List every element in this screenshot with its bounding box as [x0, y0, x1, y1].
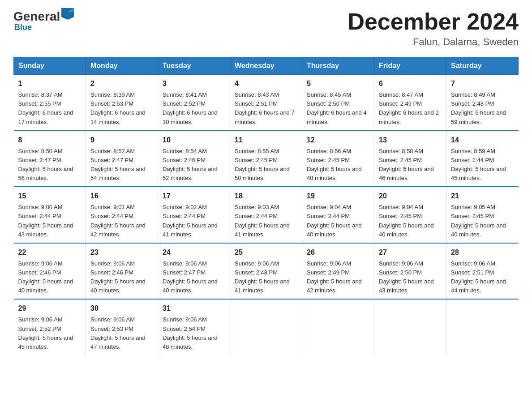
day-info: Sunrise: 9:06 AMSunset: 2:48 PMDaylight:… — [235, 259, 297, 295]
calendar-cell: 19Sunrise: 9:04 AMSunset: 2:44 PMDayligh… — [302, 187, 374, 243]
day-number: 15 — [18, 191, 82, 201]
day-info: Sunrise: 9:03 AMSunset: 2:44 PMDaylight:… — [235, 203, 297, 239]
day-info: Sunrise: 8:56 AMSunset: 2:45 PMDaylight:… — [307, 147, 369, 183]
calendar-cell: 7Sunrise: 8:49 AMSunset: 2:48 PMDaylight… — [446, 75, 519, 131]
calendar-cell: 29Sunrise: 9:06 AMSunset: 2:52 PMDayligh… — [14, 299, 86, 355]
day-info: Sunrise: 9:06 AMSunset: 2:47 PMDaylight:… — [163, 259, 225, 295]
weekday-header-thursday: Thursday — [302, 57, 374, 75]
day-info: Sunrise: 9:05 AMSunset: 2:45 PMDaylight:… — [451, 203, 514, 239]
day-info: Sunrise: 8:37 AMSunset: 2:55 PMDaylight:… — [18, 90, 82, 127]
day-info: Sunrise: 8:43 AMSunset: 2:51 PMDaylight:… — [235, 90, 297, 127]
calendar-week-row: 29Sunrise: 9:06 AMSunset: 2:52 PMDayligh… — [14, 299, 519, 355]
day-number: 14 — [451, 135, 514, 146]
day-number: 10 — [163, 135, 225, 146]
month-title: December 2024 — [348, 9, 519, 34]
day-info: Sunrise: 9:06 AMSunset: 2:49 PMDaylight:… — [307, 259, 369, 295]
day-number: 23 — [90, 247, 153, 258]
calendar-cell: 1Sunrise: 8:37 AMSunset: 2:55 PMDaylight… — [14, 75, 86, 131]
day-number: 31 — [163, 303, 225, 314]
day-number: 2 — [90, 78, 153, 89]
calendar-cell: 25Sunrise: 9:06 AMSunset: 2:48 PMDayligh… — [230, 243, 302, 300]
day-info: Sunrise: 9:06 AMSunset: 2:52 PMDaylight:… — [18, 315, 82, 351]
logo: General Blue — [13, 9, 74, 32]
day-info: Sunrise: 8:45 AMSunset: 2:50 PMDaylight:… — [307, 90, 369, 127]
calendar-cell — [374, 299, 446, 355]
calendar-table: SundayMondayTuesdayWednesdayThursdayFrid… — [13, 57, 519, 355]
day-info: Sunrise: 8:47 AMSunset: 2:49 PMDaylight:… — [379, 90, 442, 127]
day-number: 1 — [18, 78, 82, 89]
day-info: Sunrise: 9:06 AMSunset: 2:51 PMDaylight:… — [451, 259, 514, 295]
day-info: Sunrise: 9:04 AMSunset: 2:45 PMDaylight:… — [379, 203, 442, 239]
weekday-header-sunday: Sunday — [14, 57, 86, 75]
day-info: Sunrise: 9:04 AMSunset: 2:44 PMDaylight:… — [307, 203, 369, 239]
calendar-cell — [446, 299, 519, 355]
day-number: 19 — [307, 191, 369, 201]
day-number: 5 — [307, 78, 369, 89]
weekday-header-wednesday: Wednesday — [230, 57, 302, 75]
day-number: 27 — [379, 247, 442, 258]
calendar-cell: 9Sunrise: 8:52 AMSunset: 2:47 PMDaylight… — [86, 131, 158, 187]
page-header: General Blue December 2024 Falun, Dalarn… — [13, 9, 519, 48]
calendar-cell — [230, 299, 302, 355]
day-number: 28 — [451, 247, 514, 258]
calendar-cell: 10Sunrise: 8:54 AMSunset: 2:46 PMDayligh… — [158, 131, 230, 187]
day-number: 25 — [235, 247, 297, 258]
calendar-cell: 4Sunrise: 8:43 AMSunset: 2:51 PMDaylight… — [230, 75, 302, 131]
day-number: 30 — [90, 303, 153, 314]
calendar-cell: 14Sunrise: 8:59 AMSunset: 2:44 PMDayligh… — [446, 131, 519, 187]
day-number: 26 — [307, 247, 369, 258]
weekday-header-friday: Friday — [374, 57, 446, 75]
day-number: 20 — [379, 191, 442, 201]
day-info: Sunrise: 8:58 AMSunset: 2:45 PMDaylight:… — [379, 147, 442, 183]
calendar-cell: 20Sunrise: 9:04 AMSunset: 2:45 PMDayligh… — [374, 187, 446, 243]
day-info: Sunrise: 9:06 AMSunset: 2:54 PMDaylight:… — [163, 315, 225, 351]
calendar-cell: 15Sunrise: 9:00 AMSunset: 2:44 PMDayligh… — [14, 187, 86, 243]
calendar-cell: 12Sunrise: 8:56 AMSunset: 2:45 PMDayligh… — [302, 131, 374, 187]
day-info: Sunrise: 8:41 AMSunset: 2:52 PMDaylight:… — [163, 90, 225, 127]
logo-arrow-icon — [61, 8, 74, 20]
day-number: 4 — [235, 78, 297, 89]
logo-general-text: General — [13, 9, 60, 24]
day-info: Sunrise: 9:06 AMSunset: 2:46 PMDaylight:… — [90, 259, 153, 295]
day-number: 21 — [451, 191, 514, 201]
day-info: Sunrise: 9:06 AMSunset: 2:53 PMDaylight:… — [90, 315, 153, 351]
day-number: 22 — [18, 247, 82, 258]
day-info: Sunrise: 9:00 AMSunset: 2:44 PMDaylight:… — [18, 203, 82, 239]
day-number: 7 — [451, 78, 514, 89]
calendar-cell: 27Sunrise: 9:06 AMSunset: 2:50 PMDayligh… — [374, 243, 446, 300]
calendar-cell: 3Sunrise: 8:41 AMSunset: 2:52 PMDaylight… — [158, 75, 230, 131]
calendar-cell: 5Sunrise: 8:45 AMSunset: 2:50 PMDaylight… — [302, 75, 374, 131]
day-info: Sunrise: 9:06 AMSunset: 2:46 PMDaylight:… — [18, 259, 82, 295]
weekday-header-monday: Monday — [86, 57, 158, 75]
day-info: Sunrise: 8:49 AMSunset: 2:48 PMDaylight:… — [451, 90, 514, 127]
calendar-cell: 23Sunrise: 9:06 AMSunset: 2:46 PMDayligh… — [86, 243, 158, 300]
calendar-week-row: 22Sunrise: 9:06 AMSunset: 2:46 PMDayligh… — [14, 243, 519, 300]
calendar-cell: 21Sunrise: 9:05 AMSunset: 2:45 PMDayligh… — [446, 187, 519, 243]
day-info: Sunrise: 9:02 AMSunset: 2:44 PMDaylight:… — [163, 203, 225, 239]
weekday-header-tuesday: Tuesday — [158, 57, 230, 75]
calendar-cell: 24Sunrise: 9:06 AMSunset: 2:47 PMDayligh… — [158, 243, 230, 300]
day-number: 13 — [379, 135, 442, 146]
day-info: Sunrise: 9:06 AMSunset: 2:50 PMDaylight:… — [379, 259, 442, 295]
calendar-cell: 2Sunrise: 8:39 AMSunset: 2:53 PMDaylight… — [86, 75, 158, 131]
day-number: 16 — [90, 191, 153, 201]
calendar-week-row: 8Sunrise: 8:50 AMSunset: 2:47 PMDaylight… — [14, 131, 519, 187]
calendar-cell: 30Sunrise: 9:06 AMSunset: 2:53 PMDayligh… — [86, 299, 158, 355]
day-info: Sunrise: 8:59 AMSunset: 2:44 PMDaylight:… — [451, 147, 514, 183]
calendar-cell: 18Sunrise: 9:03 AMSunset: 2:44 PMDayligh… — [230, 187, 302, 243]
day-number: 3 — [163, 78, 225, 89]
day-info: Sunrise: 8:55 AMSunset: 2:45 PMDaylight:… — [235, 147, 297, 183]
title-area: December 2024 Falun, Dalarna, Sweden — [348, 9, 519, 48]
calendar-cell: 17Sunrise: 9:02 AMSunset: 2:44 PMDayligh… — [158, 187, 230, 243]
day-info: Sunrise: 8:50 AMSunset: 2:47 PMDaylight:… — [18, 147, 82, 183]
calendar-cell: 6Sunrise: 8:47 AMSunset: 2:49 PMDaylight… — [374, 75, 446, 131]
calendar-cell: 22Sunrise: 9:06 AMSunset: 2:46 PMDayligh… — [14, 243, 86, 300]
day-info: Sunrise: 8:39 AMSunset: 2:53 PMDaylight:… — [90, 90, 153, 127]
day-info: Sunrise: 9:01 AMSunset: 2:44 PMDaylight:… — [90, 203, 153, 239]
day-number: 24 — [163, 247, 225, 258]
day-number: 18 — [235, 191, 297, 201]
day-number: 29 — [18, 303, 82, 314]
day-number: 6 — [379, 78, 442, 89]
calendar-cell: 11Sunrise: 8:55 AMSunset: 2:45 PMDayligh… — [230, 131, 302, 187]
day-number: 17 — [163, 191, 225, 201]
